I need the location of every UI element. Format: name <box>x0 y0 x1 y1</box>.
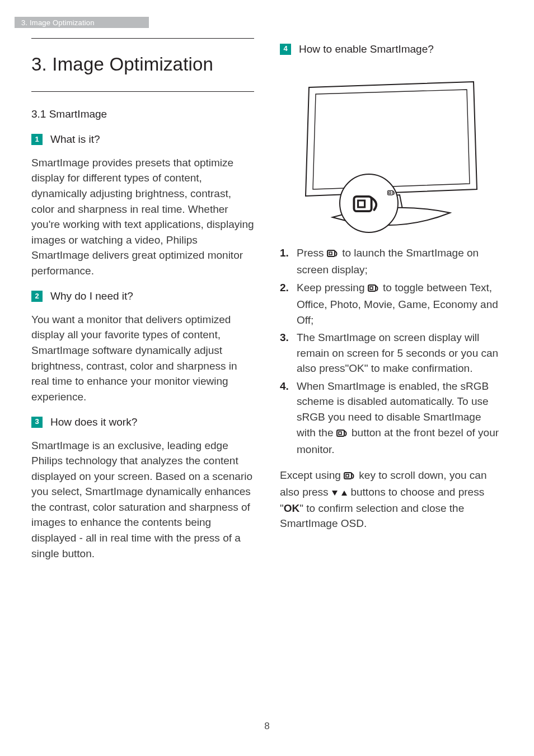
closing-paragraph: Except using key to scroll down, you can… <box>280 468 503 531</box>
paragraph-3: SmartImage is an exclusive, leading edge… <box>31 438 254 561</box>
num-box-2: 2 <box>31 291 43 302</box>
step-3: The SmartImage on screen display will re… <box>280 330 503 376</box>
right-column: 4 How to enable SmartImage? <box>280 38 503 571</box>
smartimage-icon <box>344 469 356 485</box>
question-1-heading: 1 What is it? <box>31 132 254 147</box>
rule-bottom <box>31 91 254 92</box>
left-column: 3. Image Optimization 3.1 SmartImage 1 W… <box>31 38 254 571</box>
step-2-text-a: Keep pressing <box>297 282 368 293</box>
step-1: Press to launch the SmartImage on screen… <box>280 245 503 278</box>
up-triangle-icon <box>341 485 348 501</box>
svg-marker-8 <box>341 491 347 496</box>
question-4-heading: 4 How to enable SmartImage? <box>280 41 503 57</box>
step-4: When SmartImage is enabled, the sRGB sch… <box>280 379 503 458</box>
paragraph-1: SmartImage provides presets that optimiz… <box>31 155 254 278</box>
num-box-1: 1 <box>31 134 43 145</box>
svg-marker-7 <box>332 491 338 496</box>
step-2: Keep pressing to toggle between Text, Of… <box>280 280 503 328</box>
chapter-title: 3. Image Optimization <box>31 51 254 78</box>
subsection-heading: 3.1 SmartImage <box>31 106 254 122</box>
monitor-illustration <box>299 77 484 234</box>
page-number: 8 <box>0 720 534 734</box>
closing-d: " to confirm selection and close the Sma… <box>280 502 464 530</box>
question-3-heading: 3 How does it work? <box>31 414 254 430</box>
question-3-label: How does it work? <box>50 414 137 430</box>
closing-a: Except using <box>280 469 344 481</box>
header-breadcrumb: 3. Image Optimization <box>15 17 149 28</box>
svg-point-4 <box>340 174 398 232</box>
smartimage-icon <box>368 282 380 297</box>
question-1-label: What is it? <box>50 132 100 147</box>
ok-text: OK <box>284 502 300 514</box>
question-4-label: How to enable SmartImage? <box>299 41 434 57</box>
rule-top <box>31 38 254 39</box>
down-triangle-icon <box>331 485 338 501</box>
step-1-text-a: Press <box>297 247 327 259</box>
smartimage-icon <box>327 247 339 263</box>
steps-list: Press to launch the SmartImage on screen… <box>280 245 503 458</box>
paragraph-2: You want a monitor that delivers optimiz… <box>31 312 254 404</box>
breadcrumb-text: 3. Image Optimization <box>21 18 95 27</box>
step-3-text: The SmartImage on screen display will re… <box>297 332 498 374</box>
question-2-label: Why do I need it? <box>50 288 133 304</box>
question-2-heading: 2 Why do I need it? <box>31 288 254 304</box>
smartimage-icon <box>336 427 349 442</box>
num-box-3: 3 <box>31 417 43 428</box>
num-box-4: 4 <box>280 44 291 55</box>
svg-marker-3 <box>313 90 470 189</box>
